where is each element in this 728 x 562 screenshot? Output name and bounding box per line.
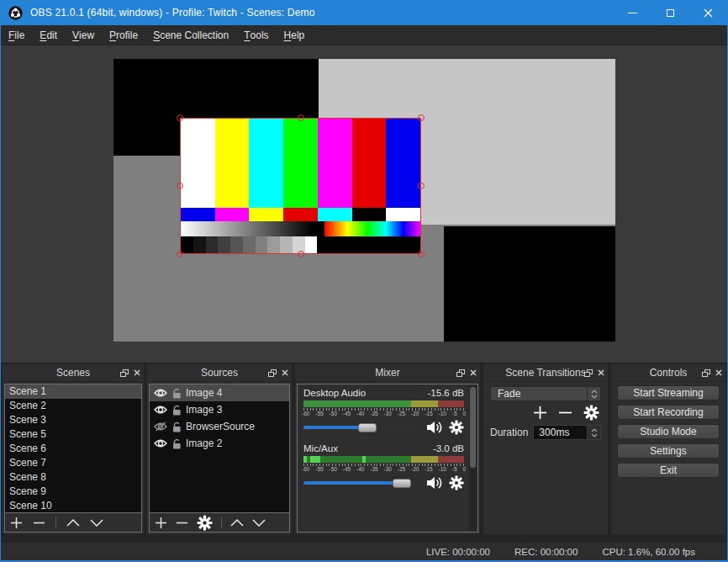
resize-handle-right[interactable]	[418, 183, 425, 189]
resize-handle-left[interactable]	[177, 183, 183, 189]
close-button[interactable]	[689, 0, 727, 25]
settings-button[interactable]: Settings	[617, 443, 720, 459]
transition-properties-gear-button[interactable]	[583, 405, 599, 421]
source-black-rect-bottomright[interactable]	[444, 226, 615, 342]
remove-transition-button[interactable]	[558, 406, 572, 420]
resize-handle-bottom[interactable]	[298, 251, 304, 257]
chevron-down-icon[interactable]	[591, 433, 598, 437]
chevron-down-icon[interactable]	[591, 395, 598, 399]
transition-select[interactable]: Fade	[490, 386, 601, 401]
move-source-up-button[interactable]	[230, 519, 244, 527]
lock-open-icon[interactable]	[171, 422, 182, 432]
minimize-button[interactable]	[614, 0, 652, 25]
scene-canvas[interactable]	[113, 59, 615, 342]
remove-scene-button[interactable]	[33, 517, 45, 529]
scene-item[interactable]: Scene 7	[5, 456, 141, 470]
menu-profile[interactable]: Profile	[102, 25, 145, 45]
source-item[interactable]: BrowserSource	[150, 418, 289, 435]
source-item[interactable]: Image 3	[150, 401, 289, 418]
scene-item[interactable]: Scene 9	[5, 485, 141, 499]
menu-file[interactable]: File	[1, 25, 32, 45]
sources-list[interactable]: Image 4 Image 3 BrowserSource	[150, 384, 289, 512]
resize-handle-bottomright[interactable]	[418, 251, 425, 257]
lock-open-icon[interactable]	[171, 388, 182, 399]
close-panel-icon[interactable]	[598, 369, 604, 376]
source-item-label: Image 4	[186, 387, 222, 399]
add-scene-button[interactable]	[10, 517, 23, 529]
close-panel-icon[interactable]	[134, 369, 140, 376]
move-scene-down-button[interactable]	[90, 519, 103, 527]
mixer-scrollbar-thumb[interactable]	[470, 387, 476, 468]
remove-source-button[interactable]	[176, 517, 188, 529]
statusbar: LIVE: 00:00:00 REC: 00:00:00 CPU: 1.6%, …	[1, 543, 727, 560]
volume-slider[interactable]	[303, 426, 420, 429]
scenes-panel: Scenes Scene 1 Scene 2 Scene 3 Scene 5 S…	[3, 364, 144, 534]
lock-open-icon[interactable]	[171, 438, 182, 449]
scenes-panel-body: Scene 1 Scene 2 Scene 3 Scene 5 Scene 6 …	[4, 384, 142, 533]
scene-item[interactable]: Scene 1	[5, 384, 141, 399]
scene-item[interactable]: Scene 3	[5, 413, 141, 427]
close-panel-icon[interactable]	[715, 369, 722, 376]
close-panel-icon[interactable]	[470, 369, 477, 376]
float-dock-icon[interactable]	[120, 369, 129, 377]
volume-slider-handle[interactable]	[358, 423, 377, 432]
scenes-list[interactable]: Scene 1 Scene 2 Scene 3 Scene 5 Scene 6 …	[5, 384, 141, 512]
maximize-button[interactable]	[652, 0, 689, 25]
scene-item[interactable]: Scene 8	[5, 470, 141, 485]
transitions-panel-body: Fade	[483, 382, 608, 444]
float-dock-icon[interactable]	[702, 369, 710, 377]
resize-handle-top[interactable]	[298, 114, 304, 121]
scene-item[interactable]: Scene 10	[5, 499, 141, 512]
move-scene-up-button[interactable]	[66, 519, 80, 527]
close-panel-icon[interactable]	[282, 369, 288, 376]
source-item[interactable]: Image 2	[150, 435, 289, 452]
controls-panel: Controls Start Streaming Start Recording…	[611, 364, 725, 534]
preview-area[interactable]	[1, 45, 727, 363]
float-dock-icon[interactable]	[456, 369, 465, 377]
lock-open-icon[interactable]	[171, 405, 182, 416]
float-dock-icon[interactable]	[268, 369, 277, 377]
menu-tools[interactable]: Tools	[236, 25, 276, 45]
add-transition-button[interactable]	[533, 406, 547, 420]
menu-view[interactable]: View	[65, 25, 102, 45]
start-streaming-button[interactable]: Start Streaming	[617, 385, 720, 400]
close-icon	[704, 8, 713, 18]
mixer-scrollbar[interactable]	[469, 385, 477, 531]
scenes-panel-titlebar: Scenes	[3, 364, 144, 382]
mute-speaker-button[interactable]	[426, 421, 443, 434]
resize-handle-topright[interactable]	[418, 114, 425, 121]
transitions-panel-title: Scene Transitions	[505, 367, 585, 379]
resize-handle-bottomleft[interactable]	[177, 251, 183, 257]
source-properties-gear-button[interactable]	[197, 515, 213, 531]
float-dock-icon[interactable]	[584, 369, 593, 377]
channel-name: Desktop Audio	[303, 388, 366, 400]
channel-settings-gear-button[interactable]	[449, 475, 464, 490]
menu-scene-collection[interactable]: Scene Collection	[145, 25, 236, 45]
duration-spinbox[interactable]: 300ms	[533, 425, 601, 440]
menu-edit[interactable]: Edit	[32, 25, 65, 45]
source-item[interactable]: Image 4	[150, 384, 289, 401]
scene-item[interactable]: Scene 2	[5, 399, 141, 413]
channel-settings-gear-button[interactable]	[449, 420, 464, 435]
volume-slider-handle[interactable]	[393, 479, 411, 488]
resize-handle-topleft[interactable]	[177, 114, 183, 121]
visibility-eye-off-icon[interactable]	[154, 422, 167, 432]
exit-button[interactable]: Exit	[617, 463, 720, 478]
move-source-down-button[interactable]	[252, 519, 266, 527]
start-recording-button[interactable]: Start Recording	[617, 405, 720, 420]
visibility-eye-icon[interactable]	[154, 388, 167, 398]
selected-source-testpattern[interactable]	[180, 118, 421, 254]
menu-help[interactable]: Help	[277, 25, 313, 45]
visibility-eye-icon[interactable]	[154, 405, 167, 415]
controls-panel-title: Controls	[650, 367, 688, 379]
chevron-up-icon[interactable]	[591, 428, 598, 432]
scene-item[interactable]: Scene 5	[5, 427, 141, 442]
visibility-eye-icon[interactable]	[154, 438, 167, 448]
add-source-button[interactable]	[155, 517, 167, 529]
chevron-up-icon[interactable]	[591, 390, 598, 394]
mixer-panel-titlebar: Mixer	[295, 364, 480, 382]
volume-slider[interactable]	[303, 481, 420, 485]
mute-speaker-button[interactable]	[426, 476, 443, 490]
studio-mode-button[interactable]: Studio Mode	[617, 424, 720, 439]
scene-item[interactable]: Scene 6	[5, 442, 141, 456]
